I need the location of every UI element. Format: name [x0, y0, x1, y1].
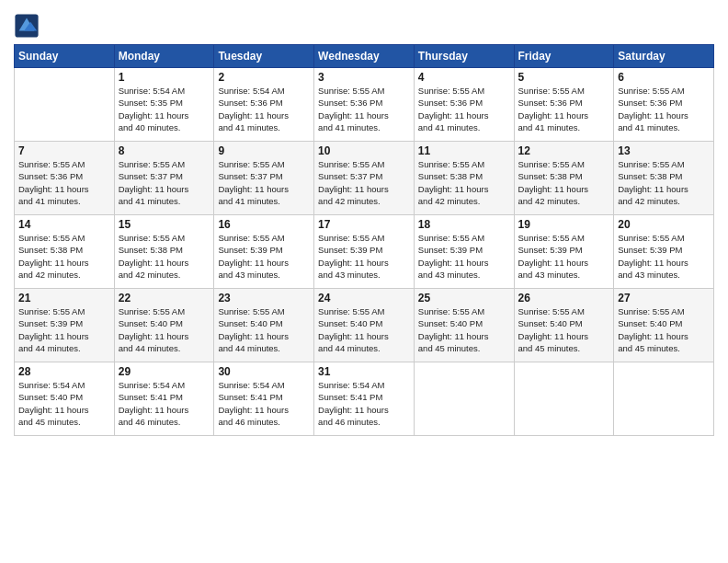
day-cell: 26Sunrise: 5:55 AM Sunset: 5:40 PM Dayli…: [514, 289, 614, 362]
day-cell: 20Sunrise: 5:55 AM Sunset: 5:39 PM Dayli…: [614, 215, 714, 289]
day-number: 29: [119, 365, 210, 378]
logo: [14, 13, 41, 39]
day-number: 27: [618, 292, 710, 304]
day-info: Sunrise: 5:54 AM Sunset: 5:41 PM Dayligh…: [218, 379, 310, 428]
weekday-wednesday: Wednesday: [314, 45, 415, 68]
day-number: 20: [618, 218, 710, 231]
day-cell: 18Sunrise: 5:55 AM Sunset: 5:39 PM Dayli…: [414, 215, 514, 289]
weekday-thursday: Thursday: [414, 45, 514, 68]
day-cell: 19Sunrise: 5:55 AM Sunset: 5:39 PM Dayli…: [514, 215, 614, 289]
day-cell: 30Sunrise: 5:54 AM Sunset: 5:41 PM Dayli…: [214, 362, 314, 436]
calendar-container: SundayMondayTuesdayWednesdayThursdayFrid…: [0, 0, 728, 563]
day-cell: 25Sunrise: 5:55 AM Sunset: 5:40 PM Dayli…: [414, 289, 514, 362]
day-cell: 9Sunrise: 5:55 AM Sunset: 5:37 PM Daylig…: [214, 142, 314, 215]
day-info: Sunrise: 5:54 AM Sunset: 5:41 PM Dayligh…: [119, 379, 210, 428]
day-number: 22: [119, 292, 210, 304]
day-info: Sunrise: 5:55 AM Sunset: 5:40 PM Dayligh…: [618, 305, 710, 354]
day-number: 3: [318, 71, 410, 84]
day-info: Sunrise: 5:55 AM Sunset: 5:40 PM Dayligh…: [119, 305, 210, 354]
day-info: Sunrise: 5:55 AM Sunset: 5:37 PM Dayligh…: [119, 158, 210, 207]
day-info: Sunrise: 5:55 AM Sunset: 5:40 PM Dayligh…: [318, 305, 410, 354]
day-cell: [614, 362, 714, 436]
day-number: 23: [218, 292, 310, 304]
day-number: 24: [318, 292, 410, 304]
day-number: 14: [18, 218, 110, 231]
weekday-header-row: SundayMondayTuesdayWednesdayThursdayFrid…: [15, 45, 714, 68]
day-info: Sunrise: 5:55 AM Sunset: 5:39 PM Dayligh…: [518, 232, 610, 281]
day-number: 1: [119, 71, 210, 84]
weekday-monday: Monday: [114, 45, 214, 68]
day-cell: 24Sunrise: 5:55 AM Sunset: 5:40 PM Dayli…: [314, 289, 415, 362]
day-cell: [414, 362, 514, 436]
day-number: 13: [618, 144, 710, 157]
day-info: Sunrise: 5:54 AM Sunset: 5:36 PM Dayligh…: [218, 85, 310, 133]
day-info: Sunrise: 5:55 AM Sunset: 5:39 PM Dayligh…: [18, 305, 110, 354]
day-cell: 4Sunrise: 5:55 AM Sunset: 5:36 PM Daylig…: [414, 68, 514, 142]
day-cell: 27Sunrise: 5:55 AM Sunset: 5:40 PM Dayli…: [614, 289, 714, 362]
day-info: Sunrise: 5:55 AM Sunset: 5:40 PM Dayligh…: [518, 305, 610, 354]
day-cell: 6Sunrise: 5:55 AM Sunset: 5:36 PM Daylig…: [614, 68, 714, 142]
day-cell: 11Sunrise: 5:55 AM Sunset: 5:38 PM Dayli…: [414, 142, 514, 215]
day-info: Sunrise: 5:55 AM Sunset: 5:36 PM Dayligh…: [418, 85, 510, 133]
day-info: Sunrise: 5:55 AM Sunset: 5:38 PM Dayligh…: [418, 158, 510, 207]
day-cell: 31Sunrise: 5:54 AM Sunset: 5:41 PM Dayli…: [314, 362, 415, 436]
calendar-table: SundayMondayTuesdayWednesdayThursdayFrid…: [14, 44, 714, 436]
weekday-sunday: Sunday: [15, 45, 115, 68]
header: [14, 9, 714, 39]
day-cell: 21Sunrise: 5:55 AM Sunset: 5:39 PM Dayli…: [15, 289, 115, 362]
day-cell: 1Sunrise: 5:54 AM Sunset: 5:35 PM Daylig…: [114, 68, 214, 142]
day-info: Sunrise: 5:55 AM Sunset: 5:37 PM Dayligh…: [318, 158, 410, 207]
week-row-5: 28Sunrise: 5:54 AM Sunset: 5:40 PM Dayli…: [15, 362, 714, 436]
day-number: 30: [218, 365, 310, 378]
day-number: 6: [618, 71, 710, 84]
weekday-friday: Friday: [514, 45, 614, 68]
day-number: 17: [318, 218, 410, 231]
day-cell: 16Sunrise: 5:55 AM Sunset: 5:39 PM Dayli…: [214, 215, 314, 289]
weekday-tuesday: Tuesday: [214, 45, 314, 68]
day-info: Sunrise: 5:55 AM Sunset: 5:36 PM Dayligh…: [618, 85, 710, 133]
day-info: Sunrise: 5:55 AM Sunset: 5:39 PM Dayligh…: [218, 232, 310, 281]
day-number: 11: [418, 144, 510, 157]
day-cell: 3Sunrise: 5:55 AM Sunset: 5:36 PM Daylig…: [314, 68, 415, 142]
day-number: 15: [119, 218, 210, 231]
day-number: 28: [18, 365, 110, 378]
week-row-1: 1Sunrise: 5:54 AM Sunset: 5:35 PM Daylig…: [15, 68, 714, 142]
week-row-4: 21Sunrise: 5:55 AM Sunset: 5:39 PM Dayli…: [15, 289, 714, 362]
day-number: 2: [218, 71, 310, 84]
day-cell: 14Sunrise: 5:55 AM Sunset: 5:38 PM Dayli…: [15, 215, 115, 289]
day-info: Sunrise: 5:54 AM Sunset: 5:41 PM Dayligh…: [318, 379, 410, 428]
day-info: Sunrise: 5:55 AM Sunset: 5:40 PM Dayligh…: [218, 305, 310, 354]
day-number: 4: [418, 71, 510, 84]
day-cell: 10Sunrise: 5:55 AM Sunset: 5:37 PM Dayli…: [314, 142, 415, 215]
day-number: 9: [218, 144, 310, 157]
day-cell: 7Sunrise: 5:55 AM Sunset: 5:36 PM Daylig…: [15, 142, 115, 215]
day-number: 18: [418, 218, 510, 231]
day-cell: [15, 68, 115, 142]
day-cell: 13Sunrise: 5:55 AM Sunset: 5:38 PM Dayli…: [614, 142, 714, 215]
day-info: Sunrise: 5:55 AM Sunset: 5:39 PM Dayligh…: [618, 232, 710, 281]
day-cell: [514, 362, 614, 436]
day-cell: 12Sunrise: 5:55 AM Sunset: 5:38 PM Dayli…: [514, 142, 614, 215]
day-number: 25: [418, 292, 510, 304]
day-number: 5: [518, 71, 610, 84]
day-cell: 17Sunrise: 5:55 AM Sunset: 5:39 PM Dayli…: [314, 215, 415, 289]
day-info: Sunrise: 5:55 AM Sunset: 5:36 PM Dayligh…: [518, 85, 610, 133]
week-row-2: 7Sunrise: 5:55 AM Sunset: 5:36 PM Daylig…: [15, 142, 714, 215]
day-number: 19: [518, 218, 610, 231]
day-number: 12: [518, 144, 610, 157]
day-number: 10: [318, 144, 410, 157]
day-info: Sunrise: 5:55 AM Sunset: 5:36 PM Dayligh…: [18, 158, 110, 207]
day-cell: 15Sunrise: 5:55 AM Sunset: 5:38 PM Dayli…: [114, 215, 214, 289]
day-info: Sunrise: 5:55 AM Sunset: 5:38 PM Dayligh…: [18, 232, 110, 281]
day-info: Sunrise: 5:55 AM Sunset: 5:36 PM Dayligh…: [318, 85, 410, 133]
day-cell: 23Sunrise: 5:55 AM Sunset: 5:40 PM Dayli…: [214, 289, 314, 362]
day-cell: 29Sunrise: 5:54 AM Sunset: 5:41 PM Dayli…: [114, 362, 214, 436]
day-info: Sunrise: 5:55 AM Sunset: 5:38 PM Dayligh…: [518, 158, 610, 207]
day-number: 21: [18, 292, 110, 304]
day-info: Sunrise: 5:55 AM Sunset: 5:38 PM Dayligh…: [119, 232, 210, 281]
day-info: Sunrise: 5:55 AM Sunset: 5:39 PM Dayligh…: [318, 232, 410, 281]
day-number: 7: [18, 144, 110, 157]
calendar-body: 1Sunrise: 5:54 AM Sunset: 5:35 PM Daylig…: [15, 68, 714, 436]
day-cell: 5Sunrise: 5:55 AM Sunset: 5:36 PM Daylig…: [514, 68, 614, 142]
day-number: 8: [119, 144, 210, 157]
